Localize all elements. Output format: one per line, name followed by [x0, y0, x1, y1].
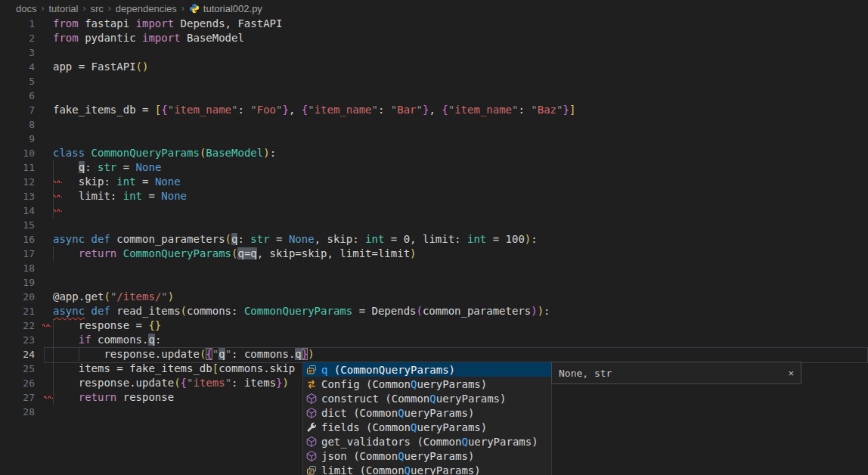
- code-text[interactable]: app = FastAPI(): [53, 60, 148, 74]
- line-number[interactable]: 15: [0, 218, 35, 232]
- suggest-detail: None, str ×: [551, 362, 801, 384]
- line-number[interactable]: 9: [0, 132, 35, 146]
- line-number[interactable]: 13: [0, 189, 35, 203]
- line-number[interactable]: 24: [0, 347, 35, 362]
- code-text[interactable]: from pydantic import BaseModel: [53, 31, 244, 45]
- close-icon[interactable]: ×: [788, 368, 794, 379]
- code-line-10: 10class CommonQueryParams(BaseModel):: [0, 146, 868, 160]
- line-number[interactable]: 25: [0, 362, 35, 376]
- code-line-18: 18: [0, 261, 868, 275]
- code-text[interactable]: @app.get("/items/"): [53, 290, 174, 304]
- suggest-item-3[interactable]: dict (CommonQueryParams): [303, 405, 551, 420]
- line-number[interactable]: 23: [0, 333, 35, 347]
- line-number[interactable]: 18: [0, 261, 35, 275]
- suggest-item-0[interactable]: q (CommonQueryParams): [303, 362, 551, 377]
- code-text[interactable]: response = {}: [53, 318, 161, 333]
- suggest-item-4[interactable]: fields (CommonQueryParams): [303, 420, 551, 434]
- code-text[interactable]: return CommonQueryParams(q=q, skip=skip,…: [53, 247, 417, 261]
- code-text[interactable]: if commons.q:: [53, 333, 161, 347]
- line-number[interactable]: 8: [0, 117, 35, 132]
- indent-guide: [53, 203, 54, 218]
- code-text[interactable]: skip: int = None: [53, 175, 181, 189]
- code-line-1: 1from fastapi import Depends, FastAPI: [0, 17, 868, 31]
- property-icon: [305, 421, 318, 433]
- breadcrumb-separator-icon: ›: [108, 3, 111, 14]
- line-number[interactable]: 4: [0, 60, 35, 74]
- breadcrumb: docs›tutorial›src›dependencies›tutorial0…: [0, 0, 868, 17]
- code-line-15: 15: [0, 218, 868, 232]
- breadcrumb-separator-icon: ›: [83, 3, 86, 14]
- suggest-item-label: limit (CommonQueryParams): [321, 464, 481, 475]
- code-line-13: 13 limit: int = None: [0, 189, 868, 203]
- code-text[interactable]: async def read_items(commons: CommonQuer…: [53, 304, 550, 318]
- line-number[interactable]: 16: [0, 232, 35, 247]
- breadcrumb-filename: tutorial002.py: [203, 3, 262, 14]
- breadcrumb-item-tutorial[interactable]: tutorial: [48, 3, 78, 14]
- line-number[interactable]: 11: [0, 160, 35, 175]
- suggest-item-5[interactable]: get_validators (CommonQueryParams): [303, 434, 551, 449]
- line-number[interactable]: 22: [0, 318, 35, 333]
- code-line-22: 22 response = {}: [0, 318, 868, 333]
- code-line-5: 5: [0, 74, 868, 88]
- code-line-14: 14: [0, 203, 868, 218]
- suggest-item-label: q (CommonQueryParams): [321, 364, 455, 376]
- line-number[interactable]: 20: [0, 290, 35, 304]
- breadcrumb-item-src[interactable]: src: [91, 3, 104, 14]
- code-text[interactable]: class CommonQueryParams(BaseModel):: [53, 146, 276, 160]
- suggest-widget: q (CommonQueryParams)Config (CommonQuery…: [302, 362, 552, 475]
- code-line-2: 2from pydantic import BaseModel: [0, 31, 868, 45]
- code-line-16: 16async def common_parameters(q: str = N…: [0, 232, 868, 247]
- line-number[interactable]: 6: [0, 88, 35, 103]
- line-number[interactable]: 2: [0, 31, 35, 45]
- breadcrumb-separator-icon: ›: [181, 3, 184, 14]
- code-text[interactable]: fake_items_db = [{"item_name": "Foo"}, {…: [53, 103, 575, 117]
- suggest-item-label: json (CommonQueryParams): [321, 450, 474, 462]
- field-icon: [305, 364, 318, 376]
- suggest-item-2[interactable]: construct (CommonQueryParams): [303, 391, 551, 405]
- field-icon: [305, 464, 318, 475]
- breadcrumb-file[interactable]: tutorial002.py: [189, 3, 262, 14]
- line-number[interactable]: 26: [0, 376, 35, 390]
- breadcrumb-item-dependencies[interactable]: dependencies: [116, 3, 177, 14]
- code-line-3: 3: [0, 45, 868, 60]
- code-text[interactable]: response.update({"items": items}): [53, 376, 289, 390]
- method-icon: [305, 436, 318, 448]
- suggest-item-6[interactable]: json (CommonQueryParams): [303, 449, 551, 463]
- code-text[interactable]: response.update({"q": commons.q}): [53, 347, 315, 362]
- line-number[interactable]: 28: [0, 405, 35, 419]
- code-line-20: 20@app.get("/items/"): [0, 290, 868, 304]
- suggest-item-label: get_validators (CommonQueryParams): [321, 436, 538, 448]
- suggest-item-label: dict (CommonQueryParams): [321, 407, 474, 419]
- line-number[interactable]: 12: [0, 175, 35, 189]
- code-line-9: 9: [0, 132, 868, 146]
- code-line-21: 21async def read_items(commons: CommonQu…: [0, 304, 868, 318]
- suggest-item-7[interactable]: limit (CommonQueryParams): [303, 463, 551, 475]
- code-text[interactable]: return response: [53, 390, 174, 405]
- code-line-17: 17 return CommonQueryParams(q=q, skip=sk…: [0, 247, 868, 261]
- line-number[interactable]: 27: [0, 390, 35, 405]
- code-line-23: 23 if commons.q:: [0, 333, 868, 347]
- code-text[interactable]: async def common_parameters(q: str = Non…: [53, 232, 538, 247]
- line-number[interactable]: 17: [0, 247, 35, 261]
- code-text[interactable]: limit: int = None: [53, 189, 187, 203]
- line-number[interactable]: 7: [0, 103, 35, 117]
- suggest-item-1[interactable]: Config (CommonQueryParams): [303, 377, 551, 391]
- line-number[interactable]: 1: [0, 17, 35, 31]
- code-text[interactable]: items = fake_items_db[commons.skip: [53, 362, 295, 376]
- breadcrumb-item-docs[interactable]: docs: [16, 3, 36, 14]
- line-number[interactable]: 21: [0, 304, 35, 318]
- suggest-item-label: construct (CommonQueryParams): [321, 393, 506, 405]
- line-number[interactable]: 3: [0, 45, 35, 60]
- code-text[interactable]: q: str = None: [53, 160, 161, 175]
- vscode-editor: { "breadcrumb": { "items": ["docs", "tut…: [0, 0, 868, 475]
- code-line-8: 8: [0, 117, 868, 132]
- line-number[interactable]: 19: [0, 275, 35, 290]
- code-line-12: 12 skip: int = None: [0, 175, 868, 189]
- method-icon: [305, 407, 318, 419]
- line-number[interactable]: 14: [0, 203, 35, 218]
- code-area: 1from fastapi import Depends, FastAPI2fr…: [0, 17, 868, 419]
- suggest-detail-text: None, str: [559, 368, 612, 379]
- line-number[interactable]: 10: [0, 146, 35, 160]
- line-number[interactable]: 5: [0, 74, 35, 88]
- code-text[interactable]: from fastapi import Depends, FastAPI: [53, 17, 282, 31]
